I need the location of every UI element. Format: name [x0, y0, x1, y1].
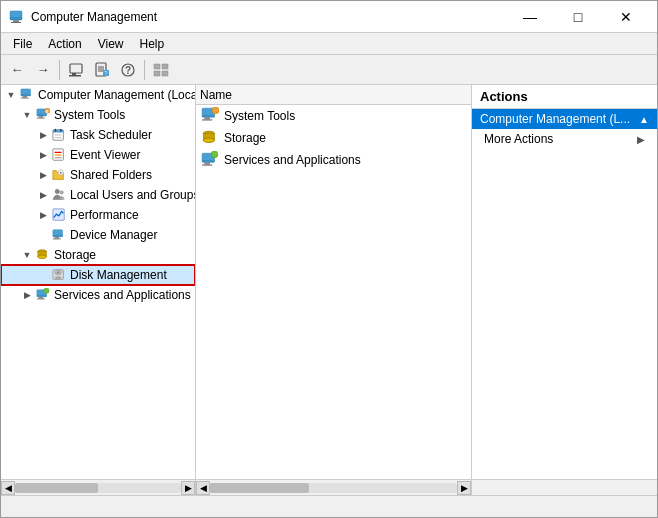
toolbar-up-button[interactable]: [64, 58, 88, 82]
tree-item-performance[interactable]: ▶ Performance: [1, 205, 195, 225]
tree-item-local-users[interactable]: ▶ Local Users and Groups: [1, 185, 195, 205]
tree-label-task-scheduler: Task Scheduler: [70, 128, 152, 142]
expand-event-viewer[interactable]: ▶: [35, 145, 51, 165]
mid-scroll-left-arrow[interactable]: ◀: [196, 481, 210, 495]
tree-item-disk-mgmt[interactable]: ▶ Disk Management: [1, 265, 195, 285]
toolbar: ← → ? ?: [1, 55, 657, 85]
left-pane-tree: ▼ Computer Management (Local ▼: [1, 85, 196, 479]
left-scroll-section: ◀ ▶: [1, 480, 196, 496]
svg-rect-58: [37, 299, 45, 300]
minimize-button[interactable]: —: [507, 5, 553, 29]
svg-point-42: [60, 191, 64, 195]
mid-scroll-track[interactable]: [210, 483, 457, 493]
maximize-button[interactable]: □: [555, 5, 601, 29]
svg-rect-69: [202, 160, 214, 162]
expand-task-scheduler[interactable]: ▶: [35, 125, 51, 145]
svg-rect-21: [23, 96, 27, 98]
tree-label-local-users: Local Users and Groups: [70, 188, 196, 202]
left-scroll-right-arrow[interactable]: ▶: [181, 481, 195, 495]
list-item-storage[interactable]: Storage: [196, 127, 471, 149]
svg-point-64: [212, 107, 219, 114]
svg-text:?: ?: [125, 65, 131, 76]
menu-view[interactable]: View: [90, 35, 132, 53]
actions-section-computer-mgmt[interactable]: Computer Management (L... ▲: [472, 109, 657, 129]
svg-rect-63: [202, 119, 212, 120]
toolbar-show-button[interactable]: ?: [90, 58, 114, 82]
tree-item-computer-mgmt[interactable]: ▼ Computer Management (Local: [1, 85, 195, 105]
svg-rect-5: [72, 73, 76, 75]
toolbar-help-button[interactable]: ?: [116, 58, 140, 82]
left-scroll-thumb: [15, 483, 98, 493]
list-header: Name: [196, 85, 471, 105]
tree-item-shared-folders[interactable]: ▶ ♦ Shared Folders: [1, 165, 195, 185]
close-button[interactable]: ✕: [603, 5, 649, 29]
svg-rect-30: [53, 130, 64, 133]
more-actions-label: More Actions: [484, 132, 553, 146]
system-tools-icon: ⚙: [35, 107, 51, 123]
svg-point-41: [55, 189, 59, 193]
tree-item-device-manager[interactable]: ▶ Device Manager: [1, 225, 195, 245]
svg-rect-47: [53, 239, 61, 240]
svg-rect-62: [204, 117, 210, 119]
actions-item-more-actions[interactable]: More Actions ▶: [472, 129, 657, 149]
services-apps-icon: [35, 287, 51, 303]
tree-item-task-scheduler[interactable]: ▶ Task Scheduler: [1, 125, 195, 145]
tree-label-disk-mgmt: Disk Management: [70, 268, 167, 282]
svg-rect-2: [13, 20, 19, 22]
list-label-system-tools: System Tools: [224, 109, 295, 123]
expand-services-apps[interactable]: ▶: [19, 285, 35, 305]
svg-rect-25: [39, 116, 43, 118]
svg-point-54: [57, 272, 60, 274]
mid-scroll-section: ◀ ▶: [196, 480, 472, 496]
svg-rect-57: [39, 297, 43, 299]
app-icon: [9, 9, 25, 25]
svg-rect-56: [37, 295, 47, 297]
mid-scroll-thumb: [210, 483, 309, 493]
toolbar-separator-2: [144, 60, 145, 80]
actions-header: Actions: [472, 85, 657, 109]
device-manager-icon: [51, 227, 67, 243]
expand-computer-mgmt[interactable]: ▼: [3, 85, 19, 105]
computer-mgmt-icon: [19, 87, 35, 103]
svg-rect-3: [11, 22, 21, 23]
svg-rect-6: [69, 75, 81, 77]
svg-rect-26: [37, 118, 45, 119]
svg-point-52: [55, 276, 62, 279]
svg-point-50: [38, 255, 47, 259]
toolbar-back-button[interactable]: ←: [5, 58, 29, 82]
expand-local-users[interactable]: ▶: [35, 185, 51, 205]
left-scroll-left-arrow[interactable]: ◀: [1, 481, 15, 495]
toolbar-forward-button[interactable]: →: [31, 58, 55, 82]
expand-system-tools[interactable]: ▼: [19, 105, 35, 125]
svg-point-72: [211, 151, 218, 158]
tree-item-event-viewer[interactable]: ▶ Event Viewer: [1, 145, 195, 165]
svg-point-59: [44, 288, 49, 293]
column-header-name: Name: [200, 88, 467, 102]
tree-item-storage[interactable]: ▼ Storage: [1, 245, 195, 265]
mid-scroll-right-arrow[interactable]: ▶: [457, 481, 471, 495]
svg-rect-24: [37, 114, 47, 116]
left-scroll-track[interactable]: [15, 483, 181, 493]
tree-label-storage: Storage: [54, 248, 96, 262]
menu-file[interactable]: File: [5, 35, 40, 53]
window-title: Computer Management: [31, 10, 507, 24]
svg-rect-17: [154, 71, 160, 76]
tree-label-performance: Performance: [70, 208, 139, 222]
toolbar-separator-1: [59, 60, 60, 80]
tree-item-services-apps[interactable]: ▶ Services and Applications: [1, 285, 195, 305]
menu-help[interactable]: Help: [132, 35, 173, 53]
expand-performance[interactable]: ▶: [35, 205, 51, 225]
svg-rect-43: [53, 209, 64, 220]
tree-item-system-tools[interactable]: ▼ ⚙ System Tools: [1, 105, 195, 125]
svg-text:⚙: ⚙: [45, 109, 49, 114]
list-item-services-apps[interactable]: Services and Applications: [196, 149, 471, 171]
svg-point-67: [203, 138, 214, 143]
storage-icon: [35, 247, 51, 263]
expand-storage[interactable]: ▼: [19, 245, 35, 265]
status-bar: [1, 495, 657, 517]
shared-folders-icon: ♦: [51, 167, 67, 183]
menu-action[interactable]: Action: [40, 35, 89, 53]
expand-shared-folders[interactable]: ▶: [35, 165, 51, 185]
list-item-system-tools[interactable]: System Tools: [196, 105, 471, 127]
toolbar-view-button[interactable]: [149, 58, 173, 82]
